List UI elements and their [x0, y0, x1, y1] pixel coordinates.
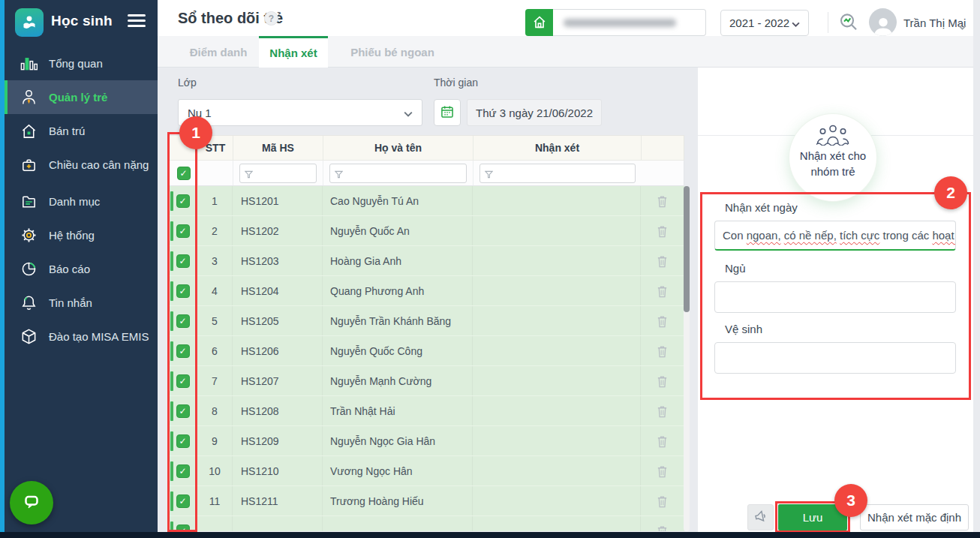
sidebar-item-chieu-cao-can-nang[interactable]: Chiều cao cân nặng — [5, 148, 158, 182]
table-row: ✓ 6 HS1206 Nguyễn Quốc Công — [169, 336, 684, 366]
user-name[interactable]: Trần Thị Mai — [903, 17, 966, 29]
delete-row-button[interactable] — [656, 524, 669, 532]
delete-row-button[interactable] — [656, 374, 669, 388]
filter-input-nhan-xet[interactable] — [479, 164, 636, 183]
user-avatar[interactable] — [869, 8, 897, 36]
school-name-selector[interactable] — [553, 9, 706, 36]
sidebar-item-ban-tru[interactable]: Bán trú — [5, 114, 158, 148]
delete-row-button[interactable] — [656, 194, 669, 208]
header-divider — [828, 12, 828, 33]
lookup-search-icon[interactable] — [837, 11, 861, 35]
row-checkbox[interactable]: ✓ — [176, 254, 190, 268]
menu-toggle-icon[interactable] — [128, 14, 146, 29]
row-accent-bar — [170, 371, 173, 391]
row-note — [473, 396, 641, 425]
row-accent-bar — [170, 341, 173, 361]
row-note — [473, 456, 641, 485]
row-accent-bar — [170, 281, 173, 301]
tab-diem-danh[interactable]: Điểm danh — [178, 36, 259, 68]
sidebar-item-he-thong[interactable]: Hệ thống — [5, 218, 158, 252]
hygiene-input[interactable] — [714, 342, 956, 374]
help-icon[interactable]: ? — [264, 11, 278, 26]
row-checkbox[interactable]: ✓ — [176, 494, 190, 508]
row-code: HS1204 — [233, 276, 323, 305]
sidebar-item-tin-nhan[interactable]: Tin nhắn — [5, 286, 158, 320]
table-row: ✓ 4 HS1204 Quang Phương Anh — [169, 276, 684, 306]
table-row: ✓ 1 HS1201 Cao Nguyễn Tú An — [169, 186, 684, 216]
row-code: HS1207 — [233, 366, 323, 395]
row-checkbox[interactable]: ✓ — [176, 224, 190, 238]
tab-nhan-xet[interactable]: Nhận xét — [259, 36, 328, 68]
row-note — [473, 276, 641, 305]
row-accent-bar — [170, 311, 173, 331]
row-checkbox[interactable]: ✓ — [176, 374, 190, 388]
bar-chart-icon — [20, 55, 38, 73]
tab-phieu-be-ngoan[interactable]: Phiếu bé ngoan — [340, 36, 445, 68]
row-note — [473, 426, 641, 455]
delete-row-button[interactable] — [656, 344, 669, 358]
delete-row-button[interactable] — [656, 314, 669, 328]
row-code — [233, 516, 323, 531]
sidebar-item-dao-tao-misa-emis[interactable]: Đào tạo MISA EMIS — [5, 320, 158, 353]
sidebar-item-bao-cao[interactable]: Báo cáo — [5, 252, 158, 286]
row-checkbox[interactable]: ✓ — [176, 524, 190, 532]
row-checkbox[interactable]: ✓ — [176, 404, 190, 418]
calendar-button[interactable] — [434, 99, 461, 126]
row-name: Hoàng Gia Anh — [323, 246, 473, 275]
group-comment-badge: Nhận xét cho nhóm trẻ — [789, 114, 876, 201]
class-select[interactable]: Nụ 1 — [178, 99, 422, 126]
filter-input-ho-va-ten[interactable] — [329, 164, 467, 183]
table-row: ✓ 3 HS1203 Hoàng Gia Anh — [169, 246, 684, 276]
row-checkbox[interactable]: ✓ — [176, 434, 190, 448]
row-checkbox[interactable]: ✓ — [176, 344, 190, 358]
filter-funnel-icon — [245, 169, 253, 181]
chevron-down-icon[interactable] — [958, 20, 966, 32]
date-display[interactable]: Thứ 3 ngày 21/06/2022 — [467, 99, 602, 126]
delete-row-button[interactable] — [656, 224, 669, 238]
row-checkbox[interactable]: ✓ — [176, 194, 190, 208]
delete-row-button[interactable] — [656, 404, 669, 418]
row-stt: 1 — [197, 186, 233, 215]
row-accent-bar — [170, 461, 173, 481]
select-all-checkbox[interactable]: ✓ — [177, 167, 191, 180]
sidebar-item-tong-quan[interactable]: Tổng quan — [5, 47, 158, 80]
class-label: Lớp — [178, 77, 197, 89]
group-badge-text: Nhận xét cho — [800, 148, 866, 164]
group-people-icon — [815, 125, 851, 148]
delete-row-button[interactable] — [656, 464, 669, 478]
chat-support-button[interactable] — [10, 481, 53, 524]
row-name: Vương Ngọc Hân — [323, 456, 473, 485]
row-note — [473, 306, 641, 335]
delete-row-button[interactable] — [656, 434, 669, 448]
table-scrollbar-thumb[interactable] — [684, 186, 690, 312]
row-note — [473, 516, 641, 531]
delete-row-button[interactable] — [656, 494, 669, 508]
pie-chart-icon — [20, 260, 38, 278]
table-scrollbar — [684, 186, 690, 531]
delete-row-button[interactable] — [656, 284, 669, 298]
school-year-select[interactable]: 2021 - 2022 — [720, 10, 809, 36]
row-checkbox[interactable]: ✓ — [176, 464, 190, 478]
sleep-input[interactable] — [714, 281, 956, 313]
comment-day-input[interactable]: Con ngoan, có nề nếp, tích cực trong các… — [714, 221, 956, 251]
announce-button[interactable] — [747, 504, 774, 530]
row-accent-bar — [170, 521, 173, 531]
row-name — [323, 516, 473, 531]
home-button[interactable] — [525, 9, 553, 36]
filter-funnel-icon — [485, 169, 493, 181]
row-stt: 3 — [197, 246, 233, 275]
default-comment-button[interactable]: Nhận xét mặc định — [860, 504, 969, 530]
row-stt — [197, 516, 233, 531]
chevron-down-icon — [404, 107, 413, 119]
row-name: Nguyễn Quốc An — [323, 216, 473, 245]
app-logo-icon — [15, 8, 44, 37]
row-checkbox[interactable]: ✓ — [176, 314, 190, 328]
row-stt: 7 — [197, 366, 233, 395]
sidebar-item-label: Hệ thống — [49, 229, 95, 242]
row-checkbox[interactable]: ✓ — [176, 284, 190, 298]
row-accent-bar — [170, 191, 173, 211]
sidebar-item-quan-ly-tre[interactable]: Quản lý trẻ — [5, 80, 158, 114]
sidebar-item-danh-muc[interactable]: Danh mục — [5, 185, 158, 218]
row-stt: 8 — [197, 396, 233, 425]
delete-row-button[interactable] — [656, 254, 669, 268]
